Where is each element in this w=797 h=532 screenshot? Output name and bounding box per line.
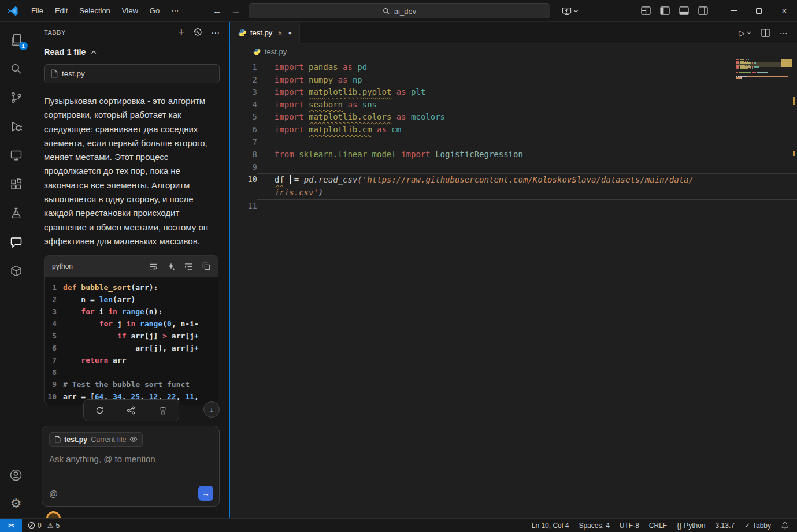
more-actions-icon[interactable]: ⋯ xyxy=(211,28,220,37)
chevron-down-icon xyxy=(573,9,579,13)
share-button[interactable] xyxy=(120,401,143,419)
settings-button[interactable]: ⚙ xyxy=(0,489,32,518)
run-python-button[interactable]: ▷ xyxy=(739,28,751,38)
minimap[interactable] xyxy=(736,59,789,81)
cursor-position-status[interactable]: Ln 10, Col 4 xyxy=(532,522,569,530)
python-file-icon xyxy=(253,48,261,55)
tabby-label: Tabby xyxy=(752,522,771,530)
account-icon xyxy=(9,468,23,482)
scroll-to-bottom-button[interactable]: ↓ xyxy=(203,401,220,418)
minimap-warning-block xyxy=(781,59,792,67)
chat-input-box[interactable]: test.py Current file Ask anything, @ to … xyxy=(42,426,220,507)
minimize-button[interactable] xyxy=(721,0,746,22)
activity-package[interactable] xyxy=(0,256,32,285)
tab-test-py[interactable]: test.py 5 ● xyxy=(231,22,300,44)
remote-indicator[interactable]: >< xyxy=(0,519,22,532)
menu-more[interactable]: ⋯ xyxy=(165,0,184,22)
code-line: 5import matplotlib.colors as mcolors xyxy=(229,111,797,124)
notifications-bell-icon[interactable] xyxy=(781,522,789,530)
customize-layout-icon[interactable] xyxy=(641,6,651,15)
tabby-status[interactable]: ✓ Tabby xyxy=(744,522,771,530)
braces-icon: {} xyxy=(677,522,681,530)
file-icon xyxy=(50,69,58,78)
chevron-down-icon xyxy=(747,31,751,34)
delete-button[interactable] xyxy=(151,401,175,419)
breadcrumb[interactable]: test.py xyxy=(229,44,797,59)
menu-file[interactable]: File xyxy=(25,0,49,22)
activity-run-debug[interactable] xyxy=(0,112,32,141)
sidebar-resize-sash[interactable] xyxy=(229,22,230,518)
send-button[interactable]: → xyxy=(198,486,213,501)
editor-group: test.py 5 ● ▷ ⋯ xyxy=(229,22,797,518)
split-editor-icon[interactable] xyxy=(761,29,770,37)
mention-icon[interactable]: @ xyxy=(49,489,58,498)
search-icon xyxy=(9,62,23,76)
activity-remote-explorer[interactable] xyxy=(0,141,32,170)
code-line: 4 for j in range(0, n-i- xyxy=(45,318,218,330)
python-file-icon xyxy=(238,29,246,37)
code-line: 7 xyxy=(229,136,797,149)
eol-status[interactable]: CRLF xyxy=(649,522,667,530)
activity-testing[interactable] xyxy=(0,199,32,228)
menu-edit[interactable]: Edit xyxy=(49,0,73,22)
code-line: 3 for i in range(n): xyxy=(45,306,218,318)
language-label: Python xyxy=(684,522,705,530)
back-icon[interactable]: ← xyxy=(213,6,222,16)
screencast-control[interactable] xyxy=(562,0,579,22)
cast-icon xyxy=(562,7,572,16)
code-line: 8 xyxy=(45,366,218,378)
context-file-chip[interactable]: test.py Current file xyxy=(49,432,143,447)
magic-sparkle-icon[interactable] xyxy=(167,262,175,270)
more-actions-icon[interactable]: ⋯ xyxy=(780,28,788,38)
status-bar: >< 0 ⚠ 5 Ln 10, Col 4 Spaces: 4 UTF-8 CR… xyxy=(0,518,797,532)
encoding-status[interactable]: UTF-8 xyxy=(620,522,639,530)
file-icon xyxy=(54,436,61,443)
history-icon[interactable] xyxy=(193,28,202,37)
new-chat-icon[interactable]: + xyxy=(178,27,184,38)
activity-explorer[interactable]: 1 xyxy=(0,25,32,54)
regenerate-button[interactable] xyxy=(88,401,111,419)
code-line: 2import numpy as np xyxy=(229,74,797,87)
breadcrumb-file[interactable]: test.py xyxy=(265,47,287,56)
tabby-avatar xyxy=(46,511,61,518)
tab-dirty-indicator[interactable]: ● xyxy=(288,29,292,36)
read-file-chip[interactable]: test.py xyxy=(44,64,220,83)
title-bar: File Edit Selection View Go ⋯ ← → ai_dev xyxy=(0,0,797,22)
eye-icon[interactable] xyxy=(129,436,138,442)
copy-icon[interactable] xyxy=(202,262,210,270)
read-files-toggle[interactable]: Read 1 file xyxy=(44,47,220,57)
menu-view[interactable]: View xyxy=(116,0,144,22)
word-wrap-icon[interactable] xyxy=(149,263,158,270)
toggle-sidebar-left-icon[interactable] xyxy=(660,6,670,15)
forward-icon[interactable]: → xyxy=(231,6,240,16)
package-box-icon xyxy=(9,264,23,278)
activity-search[interactable] xyxy=(0,54,32,83)
command-center-search[interactable]: ai_dev xyxy=(249,3,550,18)
overview-ruler-warning-mark xyxy=(793,97,795,105)
warning-icon: ⚠ xyxy=(47,522,54,530)
activity-source-control[interactable] xyxy=(0,83,32,112)
language-mode-status[interactable]: {} Python xyxy=(677,522,705,530)
toggle-sidebar-right-icon[interactable] xyxy=(698,6,708,15)
text-cursor xyxy=(290,175,291,184)
accounts-button[interactable] xyxy=(0,460,32,489)
problems-status[interactable]: 0 ⚠ 5 xyxy=(28,522,60,530)
menu-go[interactable]: Go xyxy=(144,0,165,22)
title-bar-right: × xyxy=(641,0,797,22)
activity-extensions[interactable] xyxy=(0,170,32,199)
menu-selection[interactable]: Selection xyxy=(73,0,116,22)
indentation-status[interactable]: Spaces: 4 xyxy=(579,522,609,530)
assistant-answer-text: Пузырьковая сортировка - это алгоритм со… xyxy=(44,94,218,248)
maximize-button[interactable] xyxy=(746,0,772,22)
gear-icon: ⚙ xyxy=(10,497,22,510)
code-line: 6import matplotlib.cm as cm xyxy=(229,124,797,136)
code-block-content[interactable]: 1def bubble_sort(arr):2 n = len(arr)3 fo… xyxy=(45,277,218,405)
insert-at-cursor-icon[interactable] xyxy=(184,263,193,270)
close-button[interactable]: × xyxy=(772,0,797,22)
code-line: 3import matplotlib.pyplot as plt xyxy=(229,86,797,99)
activity-chat-tabby[interactable] xyxy=(0,228,32,256)
editor-code-area[interactable]: 1import pandas as pd2import numpy as np3… xyxy=(229,59,797,212)
python-interpreter-status[interactable]: 3.13.7 xyxy=(716,522,735,530)
play-icon: ▷ xyxy=(739,28,745,38)
toggle-panel-icon[interactable] xyxy=(679,6,689,15)
